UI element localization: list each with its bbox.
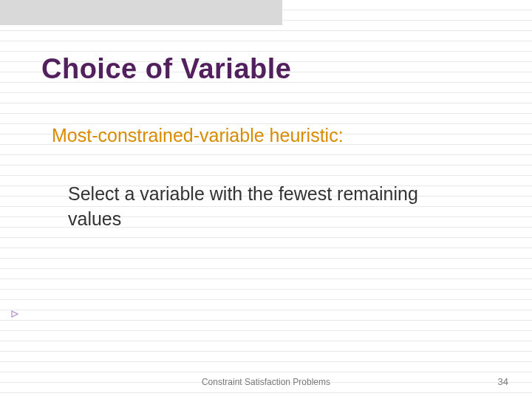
heuristic-heading: Most-constrained-variable heuristic: [0,125,532,146]
slide-content: Choice of Variable Most-constrained-vari… [0,0,532,232]
decorative-mark-icon [11,310,18,318]
body-text: Select a variable with the fewest remain… [0,182,532,232]
slide-title: Choice of Variable [0,53,532,85]
footer-text: Constraint Satisfaction Problems [0,377,532,387]
page-number: 34 [498,376,508,387]
